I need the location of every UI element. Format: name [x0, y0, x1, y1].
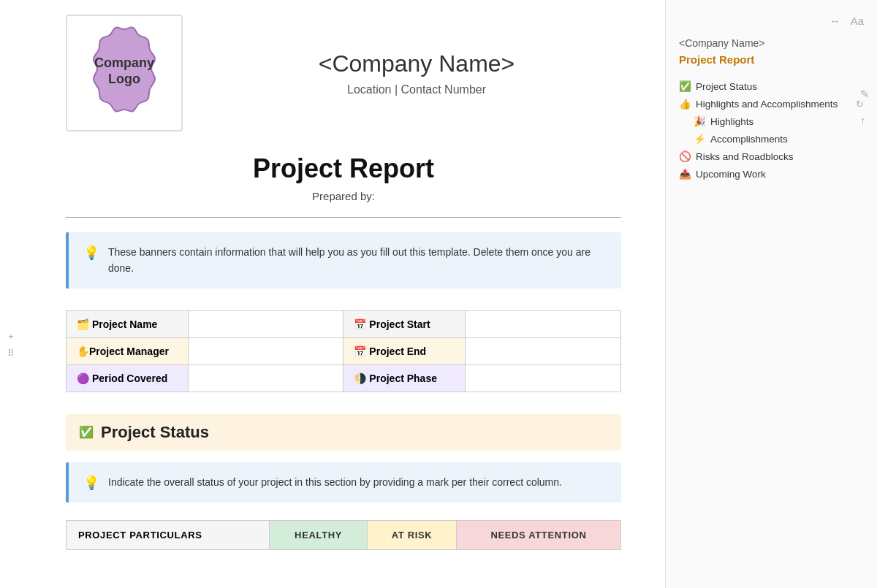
project-status-nav-label: Project Status [696, 81, 757, 92]
project-manager-value[interactable] [188, 337, 343, 364]
sidebar-item-risks[interactable]: 🚫 Risks and Roadblocks [679, 148, 864, 165]
project-status-emoji: ✅ [79, 425, 94, 439]
sidebar-item-accomplishments[interactable]: ⚡ Accomplishments [679, 130, 864, 148]
svg-text:Logo: Logo [108, 72, 140, 86]
project-phase-value[interactable] [466, 364, 621, 392]
sidebar-report-title: Project Report [679, 53, 864, 66]
project-manager-label: ✋Project Manager [67, 337, 189, 364]
project-end-value[interactable] [466, 337, 621, 364]
header-needs-attention: NEEDS ATTENTION [456, 520, 620, 549]
left-actions: + ⠿ [0, 0, 22, 588]
company-name: <Company Name> [212, 50, 621, 77]
logo-container: Company Logo [66, 15, 183, 131]
accomplishments-emoji: ⚡ [694, 133, 706, 145]
drag-icon[interactable]: ⠿ [7, 348, 15, 359]
project-status-nav-emoji: ✅ [679, 80, 691, 92]
sidebar: ↔ Aa <Company Name> Project Report ✅ Pro… [665, 0, 877, 588]
company-location: Location | Contact Number [212, 83, 621, 96]
status-table: Project Particulars HEALTHY AT RISK NEED… [66, 520, 621, 550]
project-end-label: 📅 Project End [343, 337, 466, 364]
status-table-header-row: Project Particulars HEALTHY AT RISK NEED… [67, 520, 621, 549]
prepared-by: Prepared by: [66, 190, 621, 202]
header-section: Company Logo <Company Name> Location | C… [66, 15, 621, 131]
info-banner: 💡 These banners contain information that… [66, 232, 621, 289]
highlights-sub-emoji: 🎉 [694, 115, 706, 127]
sidebar-item-upcoming-work[interactable]: 📤 Upcoming Work [679, 165, 864, 183]
bulb-icon: 💡 [83, 245, 99, 261]
risks-label: Risks and Roadblocks [696, 151, 794, 162]
highlights-nav-emoji: 👍 [679, 98, 691, 110]
project-name-value[interactable] [188, 310, 343, 337]
project-status-heading: ✅ Project Status [66, 414, 621, 451]
status-info-banner: 💡 Indicate the overall status of your pr… [66, 462, 621, 503]
project-phase-label: 🌗 Project Phase [343, 364, 466, 392]
edit-icon[interactable]: ✎ [860, 88, 870, 101]
svg-text:Company: Company [94, 56, 154, 70]
main-content: Company Logo <Company Name> Location | C… [22, 0, 665, 588]
period-covered-label: 🟣 Period Covered [67, 364, 189, 392]
page-title: Project Report [66, 153, 621, 184]
add-icon[interactable]: + [8, 331, 14, 342]
info-table: 🗂️ Project Name 📅 Project Start ✋Project… [66, 310, 621, 392]
font-size-icon[interactable]: Aa [851, 15, 864, 27]
header-healthy: HEALTHY [269, 520, 367, 549]
table-row: 🟣 Period Covered 🌗 Project Phase [67, 364, 621, 392]
project-start-value[interactable] [466, 310, 621, 337]
expand-icon[interactable]: ↔ [829, 15, 840, 27]
table-row: 🗂️ Project Name 📅 Project Start [67, 310, 621, 337]
header-at-risk: AT RISK [368, 520, 457, 549]
upcoming-label: Upcoming Work [696, 169, 766, 180]
project-name-label: 🗂️ Project Name [67, 310, 189, 337]
accomplishments-label: Accomplishments [710, 134, 788, 145]
sidebar-item-highlights-accomplishments[interactable]: 👍 Highlights and Accomplishments ↻ [679, 95, 864, 112]
period-covered-value[interactable] [188, 364, 343, 392]
project-status-title: Project Status [101, 423, 209, 442]
page-title-section: Project Report Prepared by: [66, 153, 621, 218]
risks-emoji: 🚫 [679, 150, 691, 162]
bulb-icon-2: 💡 [83, 475, 99, 491]
sidebar-item-highlights[interactable]: 🎉 Highlights [679, 112, 864, 130]
banner-text: These banners contain information that w… [108, 244, 607, 277]
project-start-label: 📅 Project Start [343, 310, 466, 337]
sidebar-item-project-status[interactable]: ✅ Project Status [679, 77, 864, 95]
status-banner-text: Indicate the overall status of your proj… [108, 474, 562, 490]
highlights-sub-label: Highlights [710, 116, 753, 127]
logo-svg: Company Logo [73, 22, 175, 124]
upcoming-emoji: 📤 [679, 168, 691, 180]
company-info-block: <Company Name> Location | Contact Number [212, 50, 621, 96]
sidebar-company-name: <Company Name> [679, 37, 864, 49]
highlights-nav-label: Highlights and Accomplishments [696, 99, 838, 110]
table-row: ✋Project Manager 📅 Project End [67, 337, 621, 364]
share-icon[interactable]: ↑ [860, 114, 870, 126]
header-particulars: Project Particulars [67, 520, 270, 549]
sidebar-nav: ✅ Project Status 👍 Highlights and Accomp… [679, 77, 864, 183]
